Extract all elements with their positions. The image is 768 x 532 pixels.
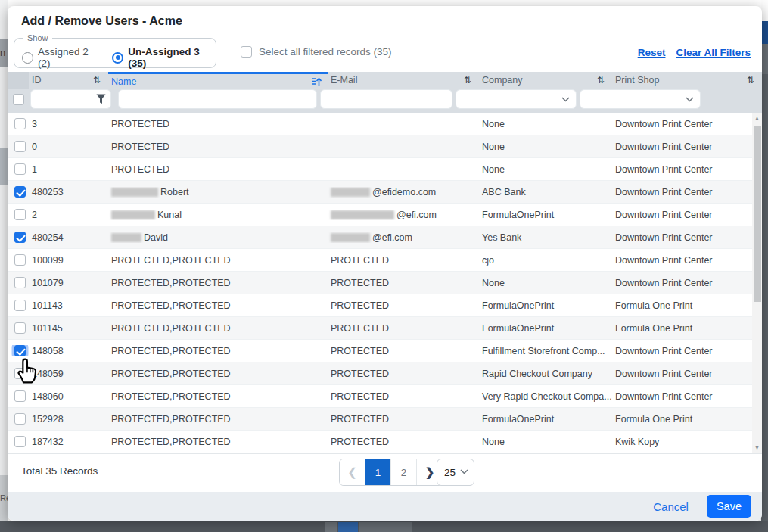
- page-size-value: 25: [444, 467, 456, 478]
- row-checkbox[interactable]: [14, 322, 26, 334]
- redacted-text: [331, 210, 394, 219]
- cell-company: Rapid Checkout Company: [479, 369, 612, 379]
- page-1-button[interactable]: 1: [365, 459, 391, 485]
- show-legend: Show: [23, 33, 52, 42]
- radio-assigned[interactable]: Assigned 2 (2): [22, 46, 100, 69]
- radio-unchecked-icon[interactable]: [22, 52, 33, 64]
- scroll-down-icon[interactable]: ▼: [752, 442, 762, 453]
- cell-id: 152928: [29, 414, 108, 425]
- select-all-checkbox[interactable]: [241, 46, 252, 58]
- save-button[interactable]: Save: [707, 495, 751, 518]
- sort-icon[interactable]: ⇅: [747, 75, 754, 86]
- table-row[interactable]: 152928 PROTECTED,PROTECTED PROTECTED For…: [8, 408, 762, 431]
- row-checkbox[interactable]: [14, 186, 26, 198]
- table-row[interactable]: 0 PROTECTED None Downtown Print Center: [8, 135, 762, 158]
- prev-page-button[interactable]: ❮: [340, 459, 365, 485]
- cell-company: FormulaOnePrint: [479, 300, 612, 311]
- radio-checked-icon[interactable]: [112, 52, 123, 64]
- header-name[interactable]: Name: [108, 72, 328, 89]
- page-backdrop-bottom: [0, 521, 768, 532]
- show-filter-group: Show Assigned 2 (2) Un-Assigned 3 (35): [14, 38, 216, 68]
- radio-unassigned-label: Un-Assigned 3 (35): [128, 46, 216, 69]
- table-row[interactable]: 1 PROTECTED None Downtown Print Center: [8, 158, 762, 181]
- sort-icon[interactable]: ⇅: [597, 75, 605, 86]
- scroll-up-icon[interactable]: ▲: [752, 113, 762, 124]
- page-2-button[interactable]: 2: [391, 459, 417, 485]
- cell-print-shop: Formula One Print: [612, 414, 762, 425]
- page-size-select[interactable]: 25: [437, 459, 474, 486]
- table-row[interactable]: 100099 PROTECTED,PROTECTED PROTECTED cjo…: [8, 249, 762, 272]
- table-scrollbar[interactable]: ▲ ▼: [752, 113, 762, 453]
- backdrop-text-fragment: n: [0, 39, 8, 67]
- dialog-title: Add / Remove Users - Acme: [8, 6, 762, 36]
- table-filter-row: [8, 89, 762, 113]
- header-id[interactable]: ID ⇅: [29, 72, 108, 89]
- backdrop-block: [761, 0, 768, 21]
- dialog-controls: Show Assigned 2 (2) Un-Assigned 3 (35) S…: [8, 36, 762, 72]
- redacted-text: [111, 210, 155, 219]
- cell-email: PROTECTED: [328, 369, 479, 379]
- chevron-down-icon: [561, 97, 570, 102]
- cell-print-shop: Downtown Print Center: [612, 164, 762, 175]
- row-checkbox[interactable]: [14, 368, 26, 379]
- row-checkbox[interactable]: [14, 232, 26, 243]
- cell-company: FormulaOnePrint: [479, 323, 612, 334]
- cell-name: PROTECTED,PROTECTED: [108, 369, 328, 379]
- cell-id: 148059: [29, 369, 108, 379]
- radio-unassigned[interactable]: Un-Assigned 3 (35): [112, 46, 216, 69]
- cell-print-shop: Downtown Print Center: [612, 391, 762, 402]
- id-filter-input[interactable]: [30, 89, 111, 109]
- table-row[interactable]: 2 Kunal @efi.com FormulaOnePrint Downtow…: [8, 204, 762, 226]
- print-shop-filter-select[interactable]: [580, 89, 701, 109]
- table-row[interactable]: 480254 David @efi.com Yes Bank Downtown …: [8, 226, 762, 249]
- cell-id: 480253: [29, 187, 108, 198]
- backdrop-pagination-fragment: [338, 522, 358, 532]
- table-row[interactable]: 101143 PROTECTED,PROTECTED PROTECTED For…: [8, 294, 762, 317]
- table-row[interactable]: 3 PROTECTED None Downtown Print Center: [8, 113, 762, 135]
- clear-all-filters-link[interactable]: Clear All Filters: [676, 47, 751, 58]
- table-header-row: ID ⇅ Name E-Mail ⇅ Company ⇅ Print Shop: [8, 72, 762, 89]
- table-row[interactable]: 148060 PROTECTED,PROTECTED PROTECTED Ver…: [8, 385, 762, 408]
- table-row[interactable]: 148058 PROTECTED,PROTECTED PROTECTED Ful…: [8, 340, 762, 362]
- row-checkbox[interactable]: [14, 436, 26, 447]
- sort-icon[interactable]: ⇅: [464, 75, 471, 86]
- row-checkbox[interactable]: [14, 345, 26, 356]
- select-page-checkbox[interactable]: [13, 94, 24, 105]
- header-email[interactable]: E-Mail ⇅: [328, 72, 479, 89]
- company-filter-select[interactable]: [456, 89, 577, 109]
- row-checkbox[interactable]: [14, 118, 26, 129]
- table-row[interactable]: 148059 PROTECTED,PROTECTED PROTECTED Rap…: [8, 362, 762, 385]
- funnel-filter-icon[interactable]: [96, 94, 106, 104]
- row-checkbox[interactable]: [14, 300, 26, 311]
- reset-link[interactable]: Reset: [638, 47, 666, 58]
- cell-id: 101145: [29, 323, 108, 334]
- row-checkbox[interactable]: [14, 141, 26, 152]
- pager: ❮ 1 2 ❯: [339, 459, 443, 486]
- add-remove-users-dialog: Add / Remove Users - Acme Show Assigned …: [8, 6, 762, 521]
- row-checkbox[interactable]: [14, 254, 26, 266]
- cell-company: ABC Bank: [479, 187, 612, 198]
- row-checkbox[interactable]: [14, 209, 26, 220]
- table-row[interactable]: 187432 PROTECTED,PROTECTED PROTECTED Non…: [8, 431, 762, 453]
- row-checkbox[interactable]: [14, 163, 26, 175]
- table-row[interactable]: 101079 PROTECTED,PROTECTED PROTECTED Non…: [8, 272, 762, 294]
- row-checkbox[interactable]: [14, 390, 26, 402]
- select-all-filtered[interactable]: Select all filtered records (35): [241, 46, 392, 58]
- row-checkbox[interactable]: [14, 277, 26, 288]
- cell-print-shop: Downtown Print Center: [612, 187, 762, 198]
- cell-email: PROTECTED: [328, 255, 479, 266]
- header-print-shop[interactable]: Print Shop ⇅: [612, 72, 762, 89]
- pagination-bar: Total 35 Records ❮ 1 2 ❯ 25: [8, 453, 762, 489]
- sort-icon[interactable]: ⇅: [93, 75, 101, 86]
- table-row[interactable]: 101145 PROTECTED,PROTECTED PROTECTED For…: [8, 317, 762, 340]
- row-checkbox[interactable]: [14, 413, 26, 425]
- sort-ascending-icon[interactable]: [311, 77, 322, 86]
- header-company[interactable]: Company ⇅: [479, 72, 612, 89]
- cancel-button[interactable]: Cancel: [653, 500, 689, 513]
- cell-name: David: [108, 232, 328, 243]
- table-row[interactable]: 480253 Robert @efidemo.com ABC Bank Down…: [8, 181, 762, 204]
- scrollbar-thumb[interactable]: [754, 126, 761, 302]
- name-filter-input[interactable]: [118, 89, 317, 109]
- email-filter-input[interactable]: [320, 89, 452, 109]
- cell-id: 187432: [29, 437, 108, 447]
